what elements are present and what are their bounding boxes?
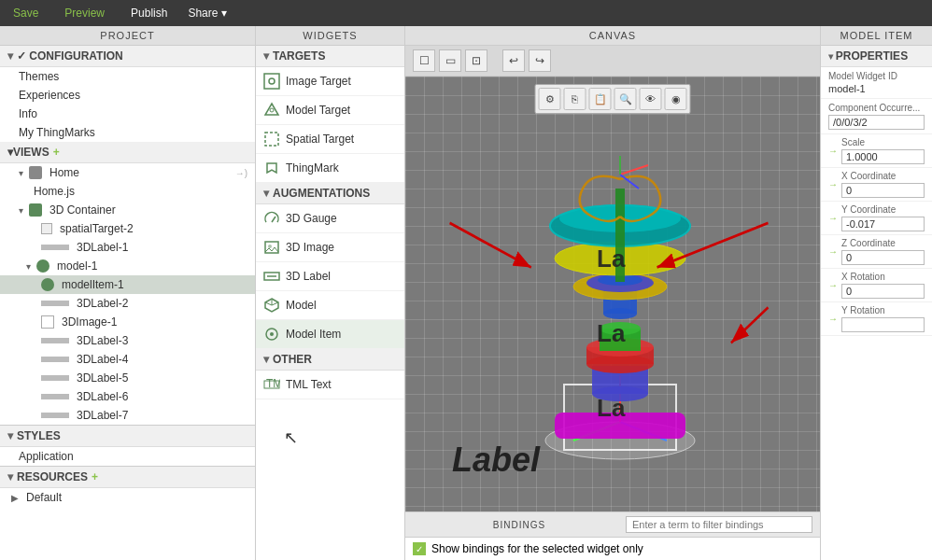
model-item-widget[interactable]: Model Item bbox=[256, 320, 404, 349]
image-target-icon bbox=[263, 73, 280, 90]
augmentations-section: ▾ AUGMENTATIONS bbox=[256, 183, 404, 204]
experiences-item[interactable]: Experiences bbox=[0, 86, 255, 105]
undo-button[interactable]: ↩ bbox=[502, 49, 525, 72]
select-tool-button[interactable]: ☐ bbox=[413, 49, 435, 72]
model-widget[interactable]: Model bbox=[256, 291, 404, 320]
cursor-icon: ↖ bbox=[284, 427, 298, 448]
home-item[interactable]: ▾ Home →) bbox=[0, 163, 255, 182]
canvas-label-la2: La bbox=[597, 319, 625, 348]
default-item[interactable]: ▶ Default bbox=[0, 488, 255, 507]
svg-rect-4 bbox=[265, 133, 278, 146]
share-button[interactable]: Share ▾ bbox=[188, 7, 226, 20]
y-rot-input[interactable] bbox=[841, 317, 925, 332]
svg-line-13 bbox=[272, 302, 278, 305]
z-coord-input[interactable] bbox=[841, 250, 925, 265]
model-item-1-item[interactable]: modelItem-1 bbox=[0, 275, 255, 294]
canvas-viewport[interactable]: ⚙ ⎘ 📋 🔍 👁 ◉ bbox=[405, 77, 820, 511]
add-resource-button[interactable]: + bbox=[92, 470, 98, 483]
label-3d-icon bbox=[263, 268, 280, 285]
info-item[interactable]: Info bbox=[0, 105, 255, 123]
x-rot-row: → X Rotation bbox=[821, 269, 932, 302]
widgets-panel-header: WIDGETS bbox=[256, 26, 404, 46]
y-rot-row: → Y Rotation bbox=[821, 302, 932, 336]
config-arrow-icon: ▾ bbox=[7, 49, 13, 63]
z-coord-row: → Z Coordinate bbox=[821, 235, 932, 269]
canvas-label-la1: La bbox=[597, 245, 625, 273]
x-rot-input[interactable] bbox=[841, 284, 925, 299]
redo-button[interactable]: ↪ bbox=[529, 49, 551, 72]
image-target-widget[interactable]: Image Target bbox=[256, 67, 404, 96]
gauge-icon bbox=[263, 210, 280, 227]
3d-gauge-widget[interactable]: 3D Gauge bbox=[256, 204, 404, 233]
z-coord-arrow-icon: → bbox=[828, 246, 838, 257]
scale-input[interactable] bbox=[841, 149, 925, 164]
spatial-target-icon bbox=[263, 131, 280, 147]
3d-model-svg bbox=[461, 105, 779, 497]
mythingmarks-item[interactable]: My ThingMarks bbox=[0, 123, 255, 142]
right-panel: MODEL ITEM ▾ PROPERTIES Model Widget ID … bbox=[820, 26, 932, 560]
svg-line-40 bbox=[620, 165, 648, 175]
canvas-toolbar: ☐ ▭ ⊡ ↩ ↪ bbox=[405, 46, 820, 77]
resources-section: ▾ RESOURCES + ▶ Default bbox=[0, 466, 255, 507]
model-target-icon bbox=[263, 102, 280, 119]
styles-section: ▾ STYLES Application bbox=[0, 425, 255, 466]
publish-button[interactable]: Publish bbox=[125, 5, 173, 21]
show-bindings-checkbox[interactable]: ✓ bbox=[413, 542, 426, 555]
3d-image-widget[interactable]: 3D Image bbox=[256, 233, 404, 262]
component-occur-input[interactable] bbox=[828, 115, 925, 130]
scale-row: → Scale bbox=[821, 134, 932, 168]
themes-item[interactable]: Themes bbox=[0, 67, 255, 86]
3dlabel-4-item[interactable]: 3DLabel-4 bbox=[0, 350, 255, 369]
model-item-header: MODEL ITEM bbox=[821, 26, 932, 46]
x-rot-arrow-icon: → bbox=[828, 280, 838, 290]
3dlabel-5-item[interactable]: 3DLabel-5 bbox=[0, 369, 255, 387]
model-target-widget[interactable]: Model Target bbox=[256, 96, 404, 125]
widgets-panel: WIDGETS ▾ TARGETS Image Target Model Tar… bbox=[256, 26, 405, 560]
svg-rect-0 bbox=[264, 74, 279, 89]
bindings-filter-input[interactable] bbox=[626, 516, 812, 533]
3d-label-widget[interactable]: 3D Label bbox=[256, 262, 404, 291]
spatial-target-widget[interactable]: Spatial Target bbox=[256, 125, 404, 154]
scale-arrow-icon: → bbox=[828, 146, 838, 156]
image-3d-icon bbox=[263, 239, 280, 256]
model-1-item[interactable]: ▾ model-1 bbox=[0, 257, 255, 275]
svg-text:TML: TML bbox=[266, 377, 280, 390]
tml-text-widget[interactable]: TML TML Text bbox=[256, 371, 404, 399]
svg-point-1 bbox=[269, 78, 275, 84]
views-section[interactable]: ▾ VIEWS + bbox=[0, 142, 255, 163]
bindings-label: BINDINGS bbox=[413, 520, 626, 530]
y-rot-arrow-icon: → bbox=[828, 314, 838, 324]
container-3d-item[interactable]: ▾ 3D Container bbox=[0, 201, 255, 219]
3dlabel-6-item[interactable]: 3DLabel-6 bbox=[0, 387, 255, 406]
application-item[interactable]: Application bbox=[0, 447, 255, 466]
svg-marker-2 bbox=[265, 104, 278, 115]
canvas-label-la3: La bbox=[597, 394, 625, 423]
home-js-item[interactable]: Home.js bbox=[0, 182, 255, 201]
svg-line-5 bbox=[272, 217, 275, 222]
model-icon bbox=[263, 297, 280, 314]
styles-header[interactable]: ▾ STYLES bbox=[0, 426, 255, 447]
add-view-button[interactable]: + bbox=[53, 146, 60, 159]
save-button[interactable]: Save bbox=[7, 5, 44, 21]
project-panel-header: PROJECT bbox=[0, 26, 255, 46]
component-occur-row: Component Occurre... bbox=[821, 99, 932, 134]
3dimage-1-item[interactable]: 3DImage-1 bbox=[0, 313, 255, 331]
configuration-section[interactable]: ▾ ✓ CONFIGURATION bbox=[0, 46, 255, 67]
preview-button[interactable]: Preview bbox=[59, 5, 110, 21]
thingmark-widget[interactable]: ThingMark bbox=[256, 154, 404, 183]
rectangle-tool-button[interactable]: ▭ bbox=[439, 49, 461, 72]
3dlabel-2-item[interactable]: 3DLabel-2 bbox=[0, 294, 255, 313]
resources-header[interactable]: ▾ RESOURCES + bbox=[0, 467, 255, 488]
3dlabel-3-item[interactable]: 3DLabel-3 bbox=[0, 331, 255, 350]
3dlabel-1-item[interactable]: 3DLabel-1 bbox=[0, 238, 255, 257]
svg-line-12 bbox=[265, 302, 272, 305]
spatial-target-2-item[interactable]: spatialTarget-2 bbox=[0, 219, 255, 238]
svg-point-15 bbox=[270, 332, 274, 336]
bindings-bar: BINDINGS bbox=[405, 511, 820, 537]
crop-tool-button[interactable]: ⊡ bbox=[465, 49, 487, 72]
canvas-label-full: Label bbox=[452, 441, 540, 480]
y-coord-input[interactable] bbox=[841, 217, 925, 231]
3dlabel-7-item[interactable]: 3DLabel-7 bbox=[0, 406, 255, 425]
x-coord-input[interactable] bbox=[841, 183, 925, 198]
widget-id-row: Model Widget ID model-1 bbox=[821, 67, 932, 99]
